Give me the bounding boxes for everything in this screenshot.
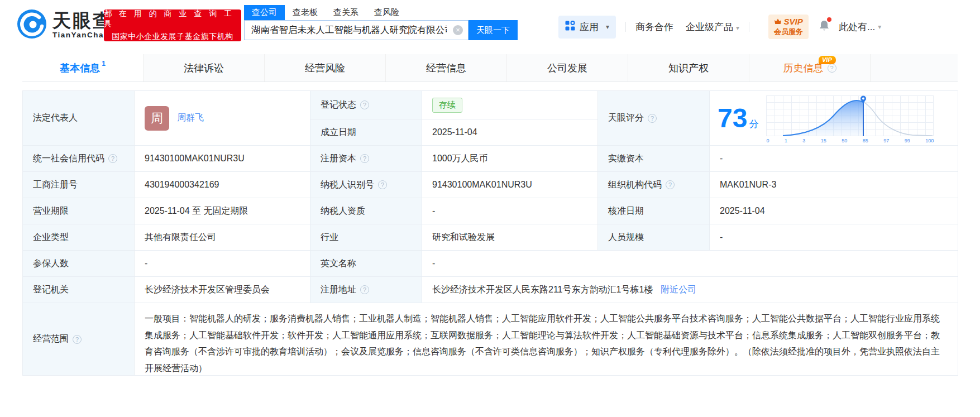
- field-value-english-name: -: [422, 251, 958, 277]
- apps-menu-label: 应用: [580, 21, 599, 33]
- legal-rep-avatar[interactable]: 周: [145, 106, 169, 131]
- field-label-paid-in-capital: 实缴资本: [598, 146, 710, 172]
- help-icon[interactable]: [360, 285, 369, 294]
- field-value-registered-address: 长沙经济技术开发区人民东路211号东方韵动汇1号栋1楼 附近公司: [422, 277, 958, 303]
- field-label-registration-status: 登记状态: [310, 91, 422, 119]
- field-label-org-code: 组织机构代码: [598, 172, 710, 198]
- help-icon[interactable]: [378, 180, 387, 189]
- help-icon[interactable]: [828, 64, 836, 73]
- field-value-approval-date: 2025-11-04: [710, 198, 958, 224]
- field-label-insured-count: 参保人数: [23, 251, 135, 277]
- slogan-line1: 都 在 用 的 商 业 查 询 工 具: [104, 9, 241, 29]
- notifications-bell-icon[interactable]: [819, 20, 830, 35]
- field-value-staff-size: -: [710, 224, 958, 251]
- field-value-taxpayer-qualification: -: [422, 198, 598, 224]
- slogan-badge: 都 在 用 的 商 业 查 询 工 具 国家中小企业发展子基金旗下机构: [104, 9, 241, 41]
- score-chart-axis: 0 1 3 15 50 85 97 99 100: [766, 138, 934, 143]
- field-label-registration-authority: 登记机关: [23, 277, 135, 303]
- help-icon[interactable]: [108, 154, 117, 163]
- field-label-establishment-date: 成立日期: [310, 119, 422, 146]
- user-account-label: 此处有...: [839, 21, 875, 33]
- field-value-registration-authority: 长沙经济技术开发区管理委员会: [135, 277, 310, 303]
- section-tabs: 基本信息 1 法律诉讼 经营风险 经营信息 公司发展 知识产权 VIP 历史信息: [22, 54, 958, 82]
- tab-intellectual-property[interactable]: 知识产权: [628, 54, 749, 82]
- tab-operating-risk[interactable]: 经营风险: [265, 54, 386, 82]
- field-value-registered-capital: 1000万人民币: [422, 146, 598, 172]
- apps-menu[interactable]: 应用: [558, 16, 616, 39]
- svip-membership-badge[interactable]: SVIP 会员服务: [768, 15, 809, 39]
- tab-basic-info-badge: 1: [102, 60, 106, 68]
- search-tab-boss[interactable]: 查老板: [285, 5, 326, 20]
- field-value-business-term: 2025-11-04 至 无固定期限: [135, 198, 310, 224]
- tab-history-info[interactable]: VIP 历史信息: [749, 54, 871, 82]
- field-value-legal-representative: 周 周群飞: [135, 91, 310, 146]
- field-value-tianyan-score: 73 分: [710, 91, 958, 146]
- field-label-approval-date: 核准日期: [598, 198, 710, 224]
- tianyancha-logo-icon: [17, 9, 47, 41]
- search-tab-risk[interactable]: 查风险: [366, 5, 407, 20]
- top-nav: 应用 商务合作 企业级产品 SVIP 会员服务 此处有...: [558, 15, 881, 39]
- field-value-insured-count: -: [135, 251, 310, 277]
- nearby-companies-link[interactable]: 附近公司: [661, 284, 696, 296]
- field-label-credit-code: 统一社会信用代码: [23, 146, 135, 172]
- nav-enterprise-products[interactable]: 企业级产品: [686, 21, 739, 33]
- help-icon[interactable]: [666, 180, 675, 189]
- tab-legal-proceedings[interactable]: 法律诉讼: [144, 54, 265, 82]
- field-label-tianyan-score: 天眼评分: [598, 91, 710, 146]
- search-input[interactable]: [244, 20, 469, 40]
- user-account-menu[interactable]: 此处有...: [839, 21, 881, 33]
- clear-search-icon[interactable]: [453, 25, 463, 35]
- company-basic-info-table: 法定代表人 周 周群飞 登记状态 存续 成立日期 2025-11-04 天眼评分…: [22, 90, 958, 376]
- score-distribution-chart: 0 1 3 15 50 85 97 99 100: [766, 95, 934, 143]
- field-label-legal-representative: 法定代表人: [23, 91, 135, 146]
- search-tabs: 查公司 查老板 查关系 查风险: [244, 4, 518, 20]
- field-label-registered-capital: 注册资本: [310, 146, 422, 172]
- help-icon[interactable]: [360, 100, 369, 109]
- field-label-industry: 行业: [310, 224, 422, 251]
- svip-sublabel: 会员服务: [774, 27, 803, 37]
- score-number: 73 分: [718, 103, 758, 133]
- search-area: 查公司 查老板 查关系 查风险 天眼一下: [244, 4, 518, 40]
- field-value-registration-status: 存续: [422, 91, 598, 119]
- field-label-staff-size: 人员规模: [598, 224, 710, 251]
- field-value-org-code: MAK01NUR-3: [710, 172, 958, 198]
- notification-dot: [827, 17, 831, 22]
- field-label-taxpayer-qualification: 纳税人资质: [310, 198, 422, 224]
- help-icon[interactable]: [648, 114, 657, 123]
- apps-grid-icon: [565, 21, 575, 33]
- field-label-business-term: 营业期限: [23, 198, 135, 224]
- field-value-taxpayer-id: 91430100MAK01NUR3U: [422, 172, 598, 198]
- tab-basic-info[interactable]: 基本信息 1: [22, 54, 144, 82]
- field-value-credit-code: 91430100MAK01NUR3U: [135, 146, 310, 172]
- field-value-company-type: 其他有限责任公司: [135, 224, 310, 251]
- search-tab-relation[interactable]: 查关系: [326, 5, 366, 20]
- tab-business-info[interactable]: 经营信息: [386, 54, 507, 82]
- field-value-business-reg-no: 430194000342169: [135, 172, 310, 198]
- search-button[interactable]: 天眼一下: [469, 20, 518, 40]
- search-tab-company[interactable]: 查公司: [244, 5, 285, 20]
- slogan-line2: 国家中小企业发展子基金旗下机构: [112, 32, 233, 42]
- vip-tag: VIP: [819, 56, 836, 64]
- divider: [625, 22, 626, 32]
- field-label-business-scope: 经营范围: [23, 303, 135, 376]
- help-icon[interactable]: [73, 335, 82, 344]
- svip-label: SVIP: [783, 17, 802, 26]
- field-value-industry: 研究和试验发展: [422, 224, 598, 251]
- tab-company-development[interactable]: 公司发展: [507, 54, 628, 82]
- status-badge: 存续: [432, 98, 462, 113]
- divider: [749, 22, 749, 32]
- field-value-business-scope: 一般项目：智能机器人的研发；服务消费机器人销售；工业机器人制造；智能机器人销售；…: [135, 303, 958, 376]
- help-icon[interactable]: [360, 154, 369, 163]
- field-value-establishment-date: 2025-11-04: [422, 119, 598, 146]
- field-label-company-type: 企业类型: [23, 224, 135, 251]
- field-label-registered-address: 注册地址: [310, 277, 422, 303]
- header: 天眼查 TianYanCha.com 都 在 用 的 商 业 查 询 工 具 国…: [0, 0, 980, 51]
- crown-icon: [774, 17, 782, 26]
- field-label-business-reg-no: 工商注册号: [23, 172, 135, 198]
- nav-business-cooperation[interactable]: 商务合作: [635, 21, 673, 33]
- field-label-taxpayer-id: 纳税人识别号: [310, 172, 422, 198]
- field-label-english-name: 英文名称: [310, 251, 422, 277]
- legal-rep-name-link[interactable]: 周群飞: [177, 112, 204, 124]
- field-value-paid-in-capital: -: [710, 146, 958, 172]
